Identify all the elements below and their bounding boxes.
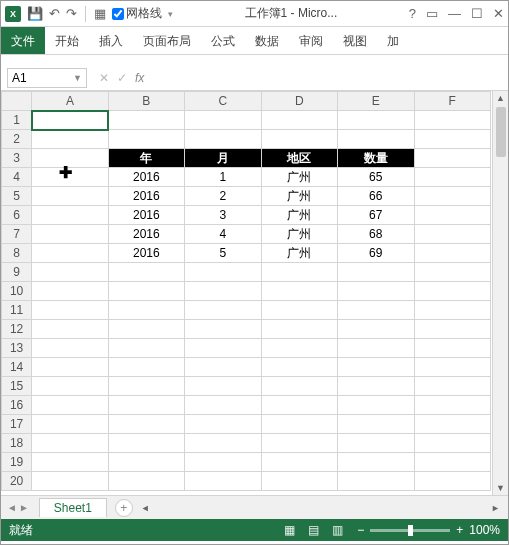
cell[interactable] (414, 358, 490, 377)
empty-cell[interactable] (108, 263, 184, 282)
tab-formula[interactable]: 公式 (201, 27, 245, 54)
empty-cell[interactable] (261, 263, 337, 282)
data-cell[interactable]: 68 (338, 225, 414, 244)
cell[interactable] (414, 396, 490, 415)
select-all-corner[interactable] (2, 92, 32, 111)
cell[interactable] (338, 434, 414, 453)
vertical-scrollbar[interactable]: ▲ ▼ (492, 91, 508, 495)
tab-layout[interactable]: 页面布局 (133, 27, 201, 54)
row-header[interactable]: 14 (2, 358, 32, 377)
cell[interactable] (414, 263, 490, 282)
cell[interactable] (261, 434, 337, 453)
empty-cell[interactable] (338, 339, 414, 358)
cell[interactable] (32, 225, 108, 244)
zoom-level[interactable]: 100% (469, 523, 500, 537)
empty-cell[interactable] (185, 301, 261, 320)
normal-view-icon[interactable]: ▦ (281, 523, 297, 537)
row-header[interactable]: 4 (2, 168, 32, 187)
zoom-in-button[interactable]: + (456, 523, 463, 537)
col-header[interactable]: F (414, 92, 490, 111)
cell[interactable] (338, 472, 414, 491)
row-header[interactable]: 3 (2, 149, 32, 168)
empty-cell[interactable] (108, 339, 184, 358)
collapse-ribbon-icon[interactable] (492, 27, 508, 54)
header-cell[interactable]: 数量 (338, 149, 414, 168)
data-cell[interactable]: 广州 (261, 244, 337, 263)
horizontal-scrollbar[interactable]: ◄ ► (139, 501, 502, 515)
cell[interactable] (32, 244, 108, 263)
scroll-down-icon[interactable]: ▼ (496, 481, 505, 495)
tab-review[interactable]: 审阅 (289, 27, 333, 54)
empty-cell[interactable] (108, 358, 184, 377)
data-cell[interactable]: 5 (185, 244, 261, 263)
cell[interactable] (414, 244, 490, 263)
empty-cell[interactable] (108, 320, 184, 339)
empty-cell[interactable] (185, 282, 261, 301)
empty-cell[interactable] (338, 282, 414, 301)
row-header[interactable]: 1 (2, 111, 32, 130)
empty-cell[interactable] (108, 415, 184, 434)
tab-home[interactable]: 开始 (45, 27, 89, 54)
empty-cell[interactable] (338, 263, 414, 282)
page-layout-view-icon[interactable]: ▤ (305, 523, 321, 537)
data-cell[interactable]: 4 (185, 225, 261, 244)
cell[interactable] (414, 301, 490, 320)
cell[interactable] (108, 453, 184, 472)
data-cell[interactable]: 3 (185, 206, 261, 225)
tab-addins[interactable]: 加 (377, 27, 409, 54)
header-cell[interactable]: 月 (185, 149, 261, 168)
scroll-up-icon[interactable]: ▲ (496, 91, 505, 105)
cell[interactable] (185, 434, 261, 453)
scroll-right-icon[interactable]: ► (489, 503, 502, 513)
cell[interactable] (414, 339, 490, 358)
empty-cell[interactable] (338, 320, 414, 339)
row-header[interactable]: 18 (2, 434, 32, 453)
save-icon[interactable]: 💾 (27, 6, 43, 21)
data-cell[interactable]: 2016 (108, 168, 184, 187)
cell[interactable] (32, 130, 108, 149)
empty-cell[interactable] (108, 301, 184, 320)
cell[interactable] (32, 301, 108, 320)
cell[interactable] (414, 453, 490, 472)
cell[interactable] (338, 453, 414, 472)
data-cell[interactable]: 广州 (261, 168, 337, 187)
data-cell[interactable]: 67 (338, 206, 414, 225)
empty-cell[interactable] (185, 415, 261, 434)
cell[interactable] (414, 377, 490, 396)
cell[interactable] (32, 396, 108, 415)
row-header[interactable]: 16 (2, 396, 32, 415)
cell[interactable] (32, 168, 108, 187)
row-header[interactable]: 8 (2, 244, 32, 263)
row-header[interactable]: 19 (2, 453, 32, 472)
undo-icon[interactable]: ↶ (49, 6, 60, 21)
name-box[interactable]: A1 ▼ (7, 68, 87, 88)
tab-file[interactable]: 文件 (1, 27, 45, 54)
ribbon-options-icon[interactable]: ▭ (426, 6, 438, 21)
cell[interactable] (414, 206, 490, 225)
sheet-next-icon[interactable]: ► (19, 502, 29, 513)
cell[interactable] (414, 415, 490, 434)
cell[interactable] (261, 472, 337, 491)
cell[interactable] (185, 130, 261, 149)
name-box-dropdown-icon[interactable]: ▼ (73, 73, 82, 83)
col-header[interactable]: E (338, 92, 414, 111)
data-cell[interactable]: 66 (338, 187, 414, 206)
data-cell[interactable]: 69 (338, 244, 414, 263)
cell[interactable] (32, 434, 108, 453)
cell[interactable] (108, 111, 184, 130)
cell[interactable] (32, 339, 108, 358)
row-header[interactable]: 5 (2, 187, 32, 206)
empty-cell[interactable] (261, 377, 337, 396)
cell[interactable] (32, 453, 108, 472)
empty-cell[interactable] (185, 358, 261, 377)
cell[interactable] (32, 206, 108, 225)
cell[interactable] (32, 282, 108, 301)
zoom-slider[interactable] (370, 529, 450, 532)
maximize-button[interactable]: ☐ (471, 6, 483, 21)
cell[interactable] (32, 149, 108, 168)
empty-cell[interactable] (108, 377, 184, 396)
scrollbar-thumb[interactable] (496, 107, 506, 157)
row-header[interactable]: 17 (2, 415, 32, 434)
cell[interactable] (414, 225, 490, 244)
gridlines-toggle[interactable]: 网格线 (112, 5, 162, 22)
